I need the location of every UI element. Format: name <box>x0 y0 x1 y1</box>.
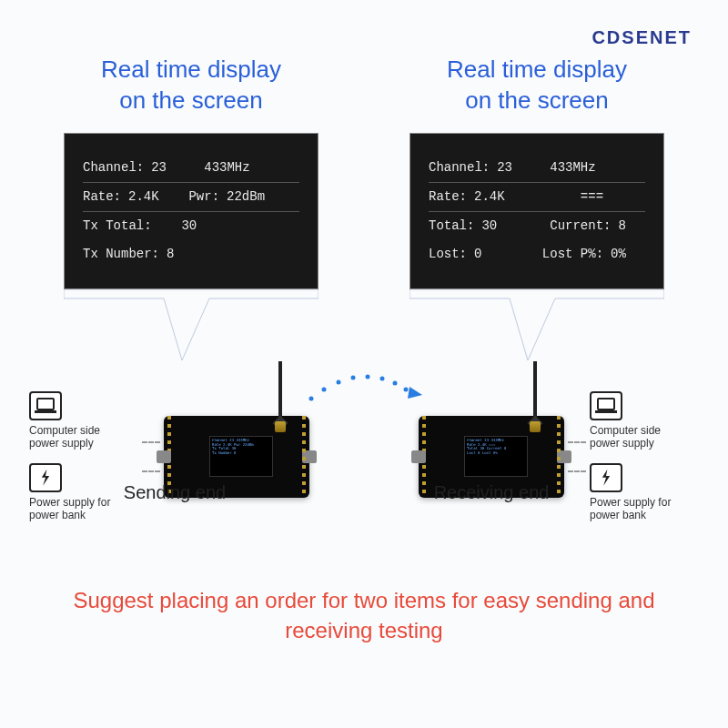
svg-point-7 <box>380 377 385 381</box>
receiving-title: Real time display on the screen <box>447 55 627 116</box>
svg-rect-14 <box>595 410 617 413</box>
receiving-device: Channel 23 433MHzRate 2.4K ===Total 30 C… <box>419 391 699 522</box>
svg-point-8 <box>393 381 398 386</box>
receiving-power-labels: Computer side power supply Power supply … <box>590 391 699 522</box>
svg-marker-1 <box>410 289 664 360</box>
svg-rect-12 <box>35 410 56 413</box>
device-row: Computer side power supply Power supply … <box>0 391 728 522</box>
laptop-icon <box>29 391 62 420</box>
usb-port-icon <box>557 450 571 463</box>
receiving-caption: Receiving end <box>400 482 582 503</box>
power-bank-icon <box>590 463 622 492</box>
receiving-panel: Real time display on the screen Channel:… <box>400 55 673 362</box>
sending-device: Computer side power supply Power supply … <box>29 391 309 522</box>
svg-rect-11 <box>37 399 54 410</box>
svg-rect-13 <box>598 399 614 410</box>
antenna-icon <box>278 361 282 425</box>
suggestion-text: Suggest placing an order for two items f… <box>0 585 728 646</box>
brand-logo: CDSENET <box>592 27 692 48</box>
sending-caption: Sending end <box>84 482 266 503</box>
callout-pointer-icon <box>410 289 664 362</box>
callout-pointer-icon <box>64 289 318 362</box>
power-bank-icon <box>29 463 62 492</box>
usb-port-icon <box>411 450 426 463</box>
display-panels: Real time display on the screen Channel:… <box>0 0 728 362</box>
laptop-icon <box>590 391 622 420</box>
usb-port-icon <box>302 450 317 463</box>
svg-point-5 <box>351 376 356 380</box>
svg-marker-0 <box>64 289 318 360</box>
svg-point-4 <box>337 380 341 385</box>
sending-panel: Real time display on the screen Channel:… <box>55 55 328 362</box>
receiving-screen: Channel:23 433MHz Rate:2.4K === Total:30… <box>410 133 664 289</box>
antenna-icon <box>533 361 537 425</box>
sending-title: Real time display on the screen <box>101 55 281 116</box>
svg-point-6 <box>366 375 370 379</box>
sending-screen: Channel:23 433MHz Rate:2.4K Pwr:22dBm Tx… <box>64 133 318 289</box>
usb-port-icon <box>157 450 171 463</box>
